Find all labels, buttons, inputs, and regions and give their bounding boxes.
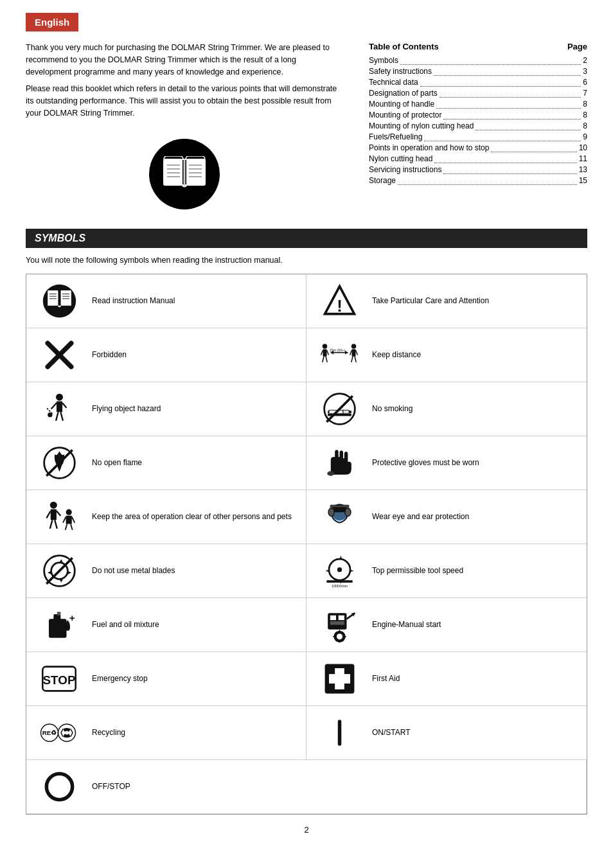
symbol-item: Flying object hazard	[26, 382, 306, 436]
toc-dots	[443, 110, 581, 120]
svg-rect-16	[48, 290, 58, 306]
toc-dots	[424, 132, 581, 141]
svg-rect-0	[164, 159, 182, 185]
svg-marker-107	[332, 635, 335, 638]
toc-page-label: Page	[567, 42, 587, 51]
svg-point-39	[351, 344, 357, 349]
svg-line-71	[71, 517, 75, 522]
symbol-label: No open flame	[92, 457, 142, 468]
flying-object-icon	[37, 391, 82, 427]
fuel-oil-icon: +	[37, 607, 82, 642]
svg-point-75	[328, 508, 334, 516]
symbol-label: Flying object hazard	[92, 403, 161, 414]
svg-line-42	[356, 350, 358, 355]
intro-column: Thank you very much for purchasing the D…	[26, 42, 343, 209]
toc-dots	[420, 77, 582, 87]
toc-row: Symbols 2	[369, 55, 587, 65]
svg-marker-81	[59, 579, 63, 583]
symbol-label: ON/START	[372, 727, 411, 738]
toc-heading: Table of Contents	[369, 42, 439, 51]
svg-marker-83	[67, 571, 71, 574]
toc-dots	[398, 175, 577, 185]
svg-line-32	[327, 350, 329, 355]
svg-line-50	[60, 412, 63, 421]
toc-row: Nylon cutting head 11	[369, 154, 587, 163]
symbol-label: Wear eye and ear protection	[372, 511, 469, 522]
symbol-item: STOP Emergency stop	[26, 652, 306, 706]
svg-rect-77	[330, 505, 348, 508]
symbol-label: Top permissible tool speed	[372, 565, 463, 576]
symbol-label: Take Particular Care and Attention	[372, 296, 489, 306]
symbol-label: Do not use metal blades	[92, 565, 175, 576]
svg-text:!: !	[337, 297, 342, 315]
top-section: Thank you very much for purchasing the D…	[26, 42, 587, 209]
symbol-label: Recycling	[92, 727, 125, 738]
no-flame-icon	[37, 445, 82, 481]
toc-dots	[434, 154, 576, 163]
toc-item-label: Storage	[369, 176, 396, 185]
toc-dots	[436, 99, 581, 109]
svg-rect-63	[50, 509, 56, 520]
toc-row: Fuels/Refueling 9	[369, 132, 587, 141]
toc-dots	[400, 55, 581, 65]
toc-row: Servicing instructions 13	[369, 164, 587, 174]
toc-item-label: Designation of parts	[369, 89, 438, 98]
toc-item-page: 11	[579, 154, 587, 163]
book-icon	[37, 283, 82, 319]
toc-dots	[475, 121, 581, 130]
symbol-label: Keep the area of operation clear of othe…	[92, 511, 292, 522]
no-metal-blades-icon	[37, 553, 82, 589]
gloves-icon	[317, 445, 362, 481]
svg-rect-99	[338, 615, 344, 619]
svg-line-34	[326, 356, 327, 362]
svg-line-43	[351, 356, 353, 362]
toc-item-page: 8	[583, 121, 587, 130]
toc-dots	[434, 66, 581, 76]
svg-point-118	[46, 774, 72, 799]
toc-row: Technical data 6	[369, 77, 587, 87]
emergency-stop-icon: STOP	[37, 661, 82, 696]
toc-item-label: Nylon cutting head	[369, 154, 432, 163]
no-smoking-icon	[317, 391, 362, 427]
symbol-label: Forbidden	[92, 350, 127, 360]
svg-line-58	[326, 396, 352, 421]
svg-line-70	[63, 517, 66, 522]
svg-line-41	[350, 350, 352, 355]
svg-text:RE♻: RE♻	[42, 729, 57, 736]
svg-line-44	[355, 356, 356, 362]
symbol-label: First Aid	[372, 673, 400, 684]
svg-text:15m (50+): 15m (50+)	[330, 348, 345, 351]
svg-rect-98	[330, 615, 335, 619]
svg-text:+: +	[69, 613, 75, 623]
toc-item-page: 10	[579, 143, 587, 152]
toc-row: Points in operation and how to stop 10	[369, 143, 587, 152]
first-aid-icon	[317, 661, 362, 696]
svg-rect-1	[187, 159, 205, 185]
svg-marker-89	[325, 569, 329, 572]
intro-paragraph-1: Thank you very much for purchasing the D…	[26, 42, 343, 78]
toc-item-page: 8	[583, 111, 587, 120]
symbol-item: Protective gloves must be worn	[306, 436, 587, 490]
toc-item-label: Safety instructions	[369, 67, 432, 76]
svg-line-67	[55, 520, 57, 529]
toc-row: Safety instructions 3	[369, 66, 587, 76]
svg-line-33	[323, 356, 324, 362]
symbols-box: Read instruction Manual ! Take Particula…	[26, 274, 587, 815]
toc-dots	[491, 143, 576, 152]
svg-rect-95	[57, 612, 60, 616]
toc-dots	[443, 164, 576, 174]
toc-item-page: 13	[579, 165, 587, 174]
warning-triangle-icon: !	[317, 283, 362, 319]
book-icon-container	[26, 139, 343, 209]
toc-dots	[440, 88, 582, 98]
svg-point-61	[327, 471, 334, 475]
symbol-item: First Aid	[306, 652, 587, 706]
symbol-item: Forbidden	[26, 328, 306, 382]
symbol-label: Keep distance	[372, 350, 421, 360]
symbol-item: OFF/STOP	[26, 760, 587, 814]
svg-rect-100	[330, 621, 344, 625]
forbidden-x-icon	[37, 337, 82, 373]
svg-marker-108	[344, 635, 346, 638]
svg-point-45	[56, 393, 63, 400]
toc-item-label: Points in operation and how to stop	[369, 143, 489, 152]
